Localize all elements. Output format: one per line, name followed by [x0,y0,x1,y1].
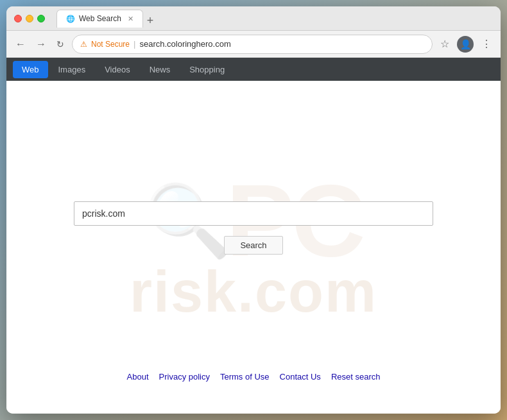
navigation-tabs: Web Images Videos News Shopping [6,58,501,81]
url-bar[interactable]: ⚠ Not Secure | search.coloringhero.com [72,35,433,54]
close-traffic-light[interactable] [14,15,22,22]
new-tab-button[interactable]: + [147,15,154,26]
tab-web[interactable]: Web [13,61,48,78]
back-button[interactable]: ← [13,36,28,53]
address-bar: ← → ↻ ⚠ Not Secure | search.coloringhero… [6,31,501,58]
menu-button[interactable]: ⋮ [479,35,494,53]
search-input[interactable] [74,201,433,226]
minimize-traffic-light[interactable] [26,15,33,22]
footer-terms[interactable]: Terms of Use [220,372,270,382]
profile-avatar: 👤 [457,36,474,53]
url-text: search.coloringhero.com [139,39,230,49]
forward-button[interactable]: → [33,36,49,53]
footer-links: About Privacy policy Terms of Use Contac… [127,372,381,382]
refresh-button[interactable]: ↻ [54,37,67,52]
footer-about[interactable]: About [127,372,149,382]
browser-window: 🌐 Web Search ✕ + ← → ↻ ⚠ Not Secure | se… [6,6,501,414]
footer-contact[interactable]: Contact Us [280,372,321,382]
toolbar-right: ☆ 👤 ⋮ [438,33,494,55]
search-form: Search [74,201,433,255]
footer-reset[interactable]: Reset search [331,372,381,382]
tab-news[interactable]: News [141,61,180,78]
footer-privacy[interactable]: Privacy policy [159,372,210,382]
watermark-bottom-text: risk.com [130,259,377,325]
bookmark-button[interactable]: ☆ [438,35,452,53]
not-secure-icon: ⚠ [80,40,87,49]
tab-favicon: 🌐 [66,15,75,23]
tab-area: 🌐 Web Search ✕ + [56,10,493,28]
not-secure-label: Not Secure [91,40,130,49]
tab-close-button[interactable]: ✕ [128,15,133,23]
traffic-lights [14,15,45,22]
tab-shopping[interactable]: Shopping [180,61,234,78]
title-bar: 🌐 Web Search ✕ + [6,6,501,31]
url-separator: | [133,39,135,49]
tab-videos[interactable]: Videos [96,61,139,78]
active-tab[interactable]: 🌐 Web Search ✕ [56,10,143,28]
search-button[interactable]: Search [224,236,282,255]
tab-images[interactable]: Images [49,61,95,78]
profile-button[interactable]: 👤 [454,33,476,55]
main-content: 🔍 PC risk.com Search About Privacy polic… [6,81,501,414]
maximize-traffic-light[interactable] [37,15,45,22]
tab-title: Web Search [79,14,121,23]
